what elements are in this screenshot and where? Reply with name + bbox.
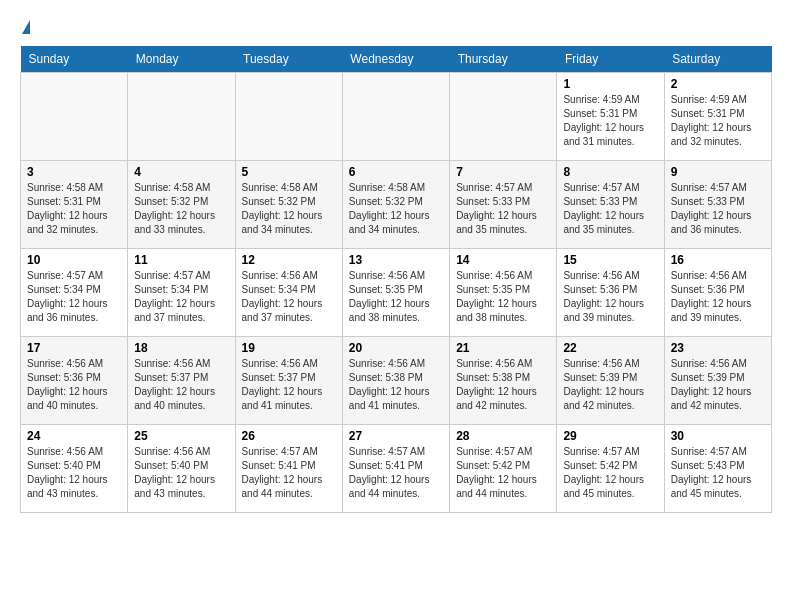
calendar-cell: 12Sunrise: 4:56 AM Sunset: 5:34 PM Dayli… — [235, 249, 342, 337]
calendar-cell: 9Sunrise: 4:57 AM Sunset: 5:33 PM Daylig… — [664, 161, 771, 249]
logo — [20, 20, 30, 36]
day-info: Sunrise: 4:56 AM Sunset: 5:34 PM Dayligh… — [242, 269, 336, 325]
column-header-sunday: Sunday — [21, 46, 128, 73]
page-header — [20, 20, 772, 36]
day-info: Sunrise: 4:57 AM Sunset: 5:43 PM Dayligh… — [671, 445, 765, 501]
day-info: Sunrise: 4:56 AM Sunset: 5:38 PM Dayligh… — [456, 357, 550, 413]
day-number: 3 — [27, 165, 121, 179]
calendar-cell: 22Sunrise: 4:56 AM Sunset: 5:39 PM Dayli… — [557, 337, 664, 425]
day-number: 5 — [242, 165, 336, 179]
calendar-cell: 17Sunrise: 4:56 AM Sunset: 5:36 PM Dayli… — [21, 337, 128, 425]
day-info: Sunrise: 4:56 AM Sunset: 5:39 PM Dayligh… — [563, 357, 657, 413]
day-info: Sunrise: 4:56 AM Sunset: 5:40 PM Dayligh… — [134, 445, 228, 501]
day-number: 6 — [349, 165, 443, 179]
day-number: 15 — [563, 253, 657, 267]
calendar-cell: 13Sunrise: 4:56 AM Sunset: 5:35 PM Dayli… — [342, 249, 449, 337]
day-info: Sunrise: 4:57 AM Sunset: 5:42 PM Dayligh… — [456, 445, 550, 501]
calendar-cell: 14Sunrise: 4:56 AM Sunset: 5:35 PM Dayli… — [450, 249, 557, 337]
calendar-week-row: 17Sunrise: 4:56 AM Sunset: 5:36 PM Dayli… — [21, 337, 772, 425]
day-number: 27 — [349, 429, 443, 443]
calendar-week-row: 1Sunrise: 4:59 AM Sunset: 5:31 PM Daylig… — [21, 73, 772, 161]
day-number: 11 — [134, 253, 228, 267]
calendar-cell: 26Sunrise: 4:57 AM Sunset: 5:41 PM Dayli… — [235, 425, 342, 513]
day-number: 9 — [671, 165, 765, 179]
column-header-thursday: Thursday — [450, 46, 557, 73]
day-number: 22 — [563, 341, 657, 355]
column-header-monday: Monday — [128, 46, 235, 73]
column-header-saturday: Saturday — [664, 46, 771, 73]
calendar-week-row: 3Sunrise: 4:58 AM Sunset: 5:31 PM Daylig… — [21, 161, 772, 249]
calendar-cell: 1Sunrise: 4:59 AM Sunset: 5:31 PM Daylig… — [557, 73, 664, 161]
day-info: Sunrise: 4:59 AM Sunset: 5:31 PM Dayligh… — [563, 93, 657, 149]
day-info: Sunrise: 4:56 AM Sunset: 5:36 PM Dayligh… — [671, 269, 765, 325]
calendar-cell: 19Sunrise: 4:56 AM Sunset: 5:37 PM Dayli… — [235, 337, 342, 425]
day-number: 13 — [349, 253, 443, 267]
day-number: 17 — [27, 341, 121, 355]
calendar-cell: 5Sunrise: 4:58 AM Sunset: 5:32 PM Daylig… — [235, 161, 342, 249]
calendar-cell — [450, 73, 557, 161]
day-info: Sunrise: 4:56 AM Sunset: 5:36 PM Dayligh… — [563, 269, 657, 325]
day-number: 7 — [456, 165, 550, 179]
calendar-cell: 15Sunrise: 4:56 AM Sunset: 5:36 PM Dayli… — [557, 249, 664, 337]
column-header-wednesday: Wednesday — [342, 46, 449, 73]
day-info: Sunrise: 4:57 AM Sunset: 5:34 PM Dayligh… — [27, 269, 121, 325]
day-number: 2 — [671, 77, 765, 91]
calendar-cell — [21, 73, 128, 161]
day-number: 29 — [563, 429, 657, 443]
day-info: Sunrise: 4:56 AM Sunset: 5:39 PM Dayligh… — [671, 357, 765, 413]
calendar-cell: 21Sunrise: 4:56 AM Sunset: 5:38 PM Dayli… — [450, 337, 557, 425]
day-info: Sunrise: 4:56 AM Sunset: 5:35 PM Dayligh… — [349, 269, 443, 325]
column-header-friday: Friday — [557, 46, 664, 73]
day-number: 1 — [563, 77, 657, 91]
day-number: 30 — [671, 429, 765, 443]
day-info: Sunrise: 4:56 AM Sunset: 5:38 PM Dayligh… — [349, 357, 443, 413]
calendar-cell: 24Sunrise: 4:56 AM Sunset: 5:40 PM Dayli… — [21, 425, 128, 513]
day-info: Sunrise: 4:56 AM Sunset: 5:36 PM Dayligh… — [27, 357, 121, 413]
day-number: 25 — [134, 429, 228, 443]
calendar-table: SundayMondayTuesdayWednesdayThursdayFrid… — [20, 46, 772, 513]
day-info: Sunrise: 4:58 AM Sunset: 5:31 PM Dayligh… — [27, 181, 121, 237]
calendar-cell — [235, 73, 342, 161]
day-number: 26 — [242, 429, 336, 443]
calendar-cell: 20Sunrise: 4:56 AM Sunset: 5:38 PM Dayli… — [342, 337, 449, 425]
day-number: 14 — [456, 253, 550, 267]
calendar-week-row: 24Sunrise: 4:56 AM Sunset: 5:40 PM Dayli… — [21, 425, 772, 513]
day-info: Sunrise: 4:56 AM Sunset: 5:37 PM Dayligh… — [134, 357, 228, 413]
day-info: Sunrise: 4:57 AM Sunset: 5:34 PM Dayligh… — [134, 269, 228, 325]
day-info: Sunrise: 4:56 AM Sunset: 5:37 PM Dayligh… — [242, 357, 336, 413]
calendar-cell: 4Sunrise: 4:58 AM Sunset: 5:32 PM Daylig… — [128, 161, 235, 249]
day-number: 16 — [671, 253, 765, 267]
calendar-cell: 3Sunrise: 4:58 AM Sunset: 5:31 PM Daylig… — [21, 161, 128, 249]
day-info: Sunrise: 4:57 AM Sunset: 5:41 PM Dayligh… — [242, 445, 336, 501]
calendar-week-row: 10Sunrise: 4:57 AM Sunset: 5:34 PM Dayli… — [21, 249, 772, 337]
day-info: Sunrise: 4:57 AM Sunset: 5:42 PM Dayligh… — [563, 445, 657, 501]
day-info: Sunrise: 4:58 AM Sunset: 5:32 PM Dayligh… — [242, 181, 336, 237]
calendar-cell: 6Sunrise: 4:58 AM Sunset: 5:32 PM Daylig… — [342, 161, 449, 249]
day-number: 8 — [563, 165, 657, 179]
day-info: Sunrise: 4:57 AM Sunset: 5:33 PM Dayligh… — [671, 181, 765, 237]
calendar-cell: 18Sunrise: 4:56 AM Sunset: 5:37 PM Dayli… — [128, 337, 235, 425]
logo-triangle-icon — [22, 20, 30, 34]
day-info: Sunrise: 4:56 AM Sunset: 5:35 PM Dayligh… — [456, 269, 550, 325]
day-number: 28 — [456, 429, 550, 443]
column-header-tuesday: Tuesday — [235, 46, 342, 73]
day-info: Sunrise: 4:59 AM Sunset: 5:31 PM Dayligh… — [671, 93, 765, 149]
calendar-cell: 29Sunrise: 4:57 AM Sunset: 5:42 PM Dayli… — [557, 425, 664, 513]
day-number: 21 — [456, 341, 550, 355]
day-number: 12 — [242, 253, 336, 267]
calendar-cell: 30Sunrise: 4:57 AM Sunset: 5:43 PM Dayli… — [664, 425, 771, 513]
calendar-cell: 16Sunrise: 4:56 AM Sunset: 5:36 PM Dayli… — [664, 249, 771, 337]
day-info: Sunrise: 4:57 AM Sunset: 5:41 PM Dayligh… — [349, 445, 443, 501]
day-number: 24 — [27, 429, 121, 443]
day-number: 20 — [349, 341, 443, 355]
day-number: 4 — [134, 165, 228, 179]
day-info: Sunrise: 4:58 AM Sunset: 5:32 PM Dayligh… — [349, 181, 443, 237]
day-info: Sunrise: 4:57 AM Sunset: 5:33 PM Dayligh… — [456, 181, 550, 237]
calendar-cell: 25Sunrise: 4:56 AM Sunset: 5:40 PM Dayli… — [128, 425, 235, 513]
calendar-cell: 11Sunrise: 4:57 AM Sunset: 5:34 PM Dayli… — [128, 249, 235, 337]
calendar-cell: 23Sunrise: 4:56 AM Sunset: 5:39 PM Dayli… — [664, 337, 771, 425]
calendar-cell: 7Sunrise: 4:57 AM Sunset: 5:33 PM Daylig… — [450, 161, 557, 249]
day-number: 23 — [671, 341, 765, 355]
day-info: Sunrise: 4:56 AM Sunset: 5:40 PM Dayligh… — [27, 445, 121, 501]
calendar-header-row: SundayMondayTuesdayWednesdayThursdayFrid… — [21, 46, 772, 73]
